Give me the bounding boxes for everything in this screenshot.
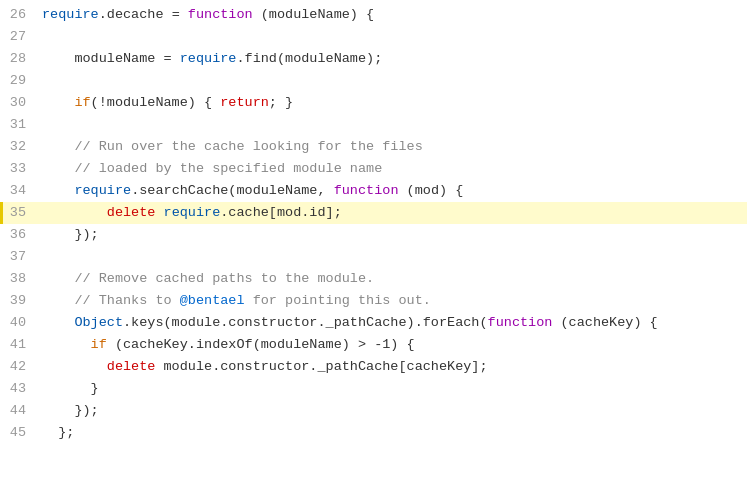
line-content: moduleName = require.find(moduleName); <box>42 48 747 70</box>
line-content: }); <box>42 400 747 422</box>
code-line: 26require.decache = function (moduleName… <box>0 4 747 26</box>
line-content: // loaded by the specified module name <box>42 158 747 180</box>
code-line: 37 <box>0 246 747 268</box>
line-number: 26 <box>0 4 42 26</box>
line-content: // Thanks to @bentael for pointing this … <box>42 290 747 312</box>
line-number: 41 <box>0 334 42 356</box>
line-number: 32 <box>0 136 42 158</box>
line-number: 42 <box>0 356 42 378</box>
code-line: 31 <box>0 114 747 136</box>
code-line: 45 }; <box>0 422 747 444</box>
code-line: 29 <box>0 70 747 92</box>
line-number: 27 <box>0 26 42 48</box>
line-content: Object.keys(module.constructor._pathCach… <box>42 312 747 334</box>
line-content: }; <box>42 422 747 444</box>
code-line: 32 // Run over the cache looking for the… <box>0 136 747 158</box>
code-line: 34 require.searchCache(moduleName, funct… <box>0 180 747 202</box>
line-content: } <box>42 378 747 400</box>
code-line: 35 delete require.cache[mod.id]; <box>0 202 747 224</box>
code-line: 43 } <box>0 378 747 400</box>
line-number: 40 <box>0 312 42 334</box>
line-content: if(!moduleName) { return; } <box>42 92 747 114</box>
line-number: 38 <box>0 268 42 290</box>
code-line: 41 if (cacheKey.indexOf(moduleName) > -1… <box>0 334 747 356</box>
code-line: 42 delete module.constructor._pathCache[… <box>0 356 747 378</box>
line-number: 45 <box>0 422 42 444</box>
line-number: 37 <box>0 246 42 268</box>
code-line: 39 // Thanks to @bentael for pointing th… <box>0 290 747 312</box>
line-number: 43 <box>0 378 42 400</box>
line-content: delete require.cache[mod.id]; <box>42 202 747 224</box>
code-line: 44 }); <box>0 400 747 422</box>
line-content: delete module.constructor._pathCache[cac… <box>42 356 747 378</box>
line-number: 39 <box>0 290 42 312</box>
line-number: 29 <box>0 70 42 92</box>
line-number: 44 <box>0 400 42 422</box>
line-content: if (cacheKey.indexOf(moduleName) > -1) { <box>42 334 747 356</box>
line-number: 36 <box>0 224 42 246</box>
code-line: 33 // loaded by the specified module nam… <box>0 158 747 180</box>
line-content: // Run over the cache looking for the fi… <box>42 136 747 158</box>
line-number: 31 <box>0 114 42 136</box>
code-line: 28 moduleName = require.find(moduleName)… <box>0 48 747 70</box>
code-line: 40 Object.keys(module.constructor._pathC… <box>0 312 747 334</box>
code-editor: 26require.decache = function (moduleName… <box>0 0 747 503</box>
code-line: 38 // Remove cached paths to the module. <box>0 268 747 290</box>
line-content: require.decache = function (moduleName) … <box>42 4 747 26</box>
code-line: 27 <box>0 26 747 48</box>
line-number: 34 <box>0 180 42 202</box>
line-content: }); <box>42 224 747 246</box>
line-number: 33 <box>0 158 42 180</box>
line-content: // Remove cached paths to the module. <box>42 268 747 290</box>
line-content: require.searchCache(moduleName, function… <box>42 180 747 202</box>
code-line: 30 if(!moduleName) { return; } <box>0 92 747 114</box>
line-number: 30 <box>0 92 42 114</box>
line-number: 28 <box>0 48 42 70</box>
code-line: 36 }); <box>0 224 747 246</box>
line-number: 35 <box>0 202 42 224</box>
